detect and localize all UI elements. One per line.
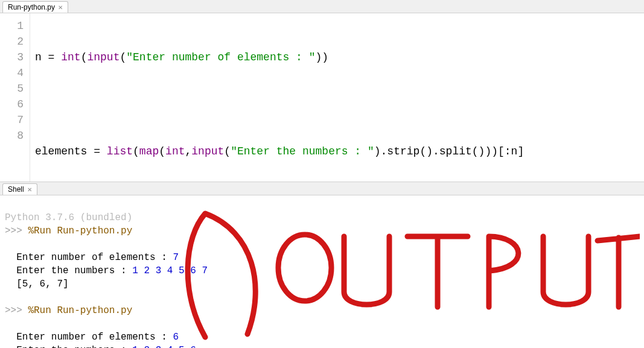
close-icon[interactable]: ✕ bbox=[27, 186, 32, 193]
line-number: 6 bbox=[6, 96, 24, 112]
shell-output[interactable]: Python 3.7.6 (bundled) >>> %Run Run-pyth… bbox=[0, 195, 644, 348]
shell-input-value: 7 bbox=[173, 252, 179, 263]
line-number: 1 bbox=[6, 18, 24, 34]
shell-input-value: 1 2 3 4 5 6 bbox=[132, 345, 196, 348]
shell-tab[interactable]: Shell ✕ bbox=[2, 183, 37, 195]
line-number-gutter: 1 2 3 4 5 6 7 8 bbox=[0, 13, 30, 182]
shell-input-value: 6 bbox=[173, 332, 179, 343]
python-version: Python 3.7.6 (bundled) bbox=[5, 212, 132, 223]
shell-tab-label: Shell bbox=[8, 185, 24, 194]
run-command: %Run Run-python.py bbox=[28, 305, 132, 316]
shell-text: Enter the numbers : bbox=[5, 265, 132, 276]
shell-prompt: >>> bbox=[5, 305, 28, 316]
line-number: 4 bbox=[6, 65, 24, 81]
shell-panel[interactable]: Python 3.7.6 (bundled) >>> %Run Run-pyth… bbox=[0, 195, 644, 348]
shell-tab-bar: Shell ✕ bbox=[0, 182, 644, 195]
editor-tab-label: Run-python.py bbox=[8, 3, 55, 11]
run-command: %Run Run-python.py bbox=[28, 226, 132, 236]
code-editor[interactable]: 1 2 3 4 5 6 7 8 n = int(input("Enter num… bbox=[0, 13, 644, 182]
shell-text: Enter number of elements : bbox=[5, 332, 173, 343]
shell-prompt: >>> bbox=[5, 226, 28, 236]
code-area[interactable]: n = int(input("Enter number of elements … bbox=[30, 13, 644, 182]
editor-tab[interactable]: Run-python.py ✕ bbox=[2, 1, 68, 13]
shell-output-line: [5, 6, 7] bbox=[5, 279, 69, 289]
code-line: elements = list(map(int,input("Enter the… bbox=[35, 144, 639, 159]
shell-input-value: 1 2 3 4 5 6 7 bbox=[132, 265, 208, 276]
code-line bbox=[35, 96, 639, 112]
line-number: 2 bbox=[6, 34, 24, 49]
close-icon[interactable]: ✕ bbox=[58, 4, 63, 11]
line-number: 3 bbox=[6, 49, 24, 65]
line-number: 7 bbox=[6, 112, 24, 128]
shell-text: Enter number of elements : bbox=[5, 252, 173, 263]
editor-tab-bar: Run-python.py ✕ bbox=[0, 0, 644, 13]
shell-text: Enter the numbers : bbox=[5, 345, 132, 348]
code-line: n = int(input("Enter number of elements … bbox=[35, 49, 639, 65]
line-number: 5 bbox=[6, 81, 24, 96]
line-number: 8 bbox=[6, 128, 24, 144]
